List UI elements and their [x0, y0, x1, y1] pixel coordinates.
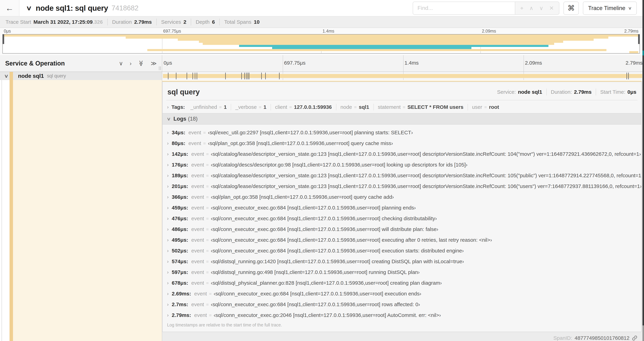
chevron-right-icon[interactable]: › — [167, 104, 168, 110]
log-row[interactable]: ›678μs:event=‹sql/distsql_physical_plann… — [162, 277, 641, 288]
log-marker[interactable] — [248, 73, 248, 79]
span-duration-bar[interactable] — [163, 74, 642, 78]
chevron-right-icon[interactable]: › — [167, 237, 168, 243]
log-row[interactable]: ›502μs:event=‹sql/conn_executor_exec.go:… — [162, 245, 641, 256]
log-marker[interactable] — [246, 73, 246, 79]
log-field-key: event — [191, 280, 204, 286]
log-marker[interactable] — [186, 73, 187, 79]
tag-pair[interactable]: statement=SELECT * FROM users — [374, 104, 468, 110]
log-row[interactable]: ›80μs:event=‹sql/plan_opt.go:358 [nsql1,… — [162, 138, 641, 149]
chevron-right-icon[interactable]: › — [167, 216, 168, 221]
find-input[interactable] — [413, 2, 515, 15]
log-timestamp: 476μs: — [172, 216, 188, 221]
log-row[interactable]: ›2.79ms:event=‹sql/conn_executor_exec.go… — [162, 310, 641, 320]
tags-row[interactable]: › Tags: _unfinished=1_verbose=1client=12… — [162, 100, 641, 113]
chevron-right-icon[interactable]: › — [167, 226, 168, 232]
chevron-right-icon[interactable]: › — [167, 173, 168, 178]
log-field-key: event — [191, 205, 204, 211]
minimap-canvas[interactable] — [2, 34, 640, 54]
log-row[interactable]: ›201μs:event=‹sql/catalog/lease/descript… — [162, 181, 641, 191]
minimap-row — [3, 41, 640, 43]
chevron-right-icon[interactable]: › — [167, 151, 168, 157]
log-row[interactable]: ›366μs:event=‹sql/plan_opt.go:358 [nsql1… — [162, 191, 641, 202]
log-marker[interactable] — [249, 73, 249, 79]
chevron-right-icon[interactable]: › — [167, 269, 168, 275]
log-timestamp: 201μs: — [172, 183, 188, 189]
log-marker[interactable] — [197, 73, 197, 79]
collapse-one-icon[interactable]: ∨ — [119, 61, 123, 66]
keyboard-shortcuts-button[interactable]: ⌘ — [564, 2, 579, 15]
viewport-left-handle[interactable] — [2, 34, 4, 44]
log-row[interactable]: ›495μs:event=‹sql/conn_executor_exec.go:… — [162, 234, 641, 245]
chevron-right-icon[interactable]: › — [167, 248, 168, 254]
prev-result-icon[interactable]: ∧ — [530, 5, 534, 11]
log-row[interactable]: ›189μs:event=‹sql/catalog/lease/descript… — [162, 170, 641, 181]
log-row[interactable]: ›574μs:event=‹sql/distsql_running.go:142… — [162, 256, 641, 267]
equals-sign: = — [206, 226, 208, 232]
log-field-key: event — [191, 269, 204, 275]
log-row[interactable]: ›142μs:event=‹sql/catalog/lease/descript… — [162, 149, 641, 159]
chevron-right-icon[interactable]: › — [167, 162, 168, 168]
viewport-right-handle[interactable] — [638, 34, 640, 44]
log-field-key: event — [191, 258, 204, 264]
expand-one-icon[interactable]: › — [130, 61, 132, 66]
log-field-value: ‹sql/conn_executor_exec.go:684 [nsql1,cl… — [214, 291, 421, 297]
equals-sign: = — [206, 258, 208, 264]
log-marker[interactable] — [241, 73, 242, 79]
scrollbar-foot — [642, 325, 644, 341]
chevron-right-icon[interactable]: › — [167, 194, 168, 200]
meta-value: 10 — [254, 19, 260, 25]
log-marker[interactable] — [168, 73, 168, 79]
tag-value: sql1 — [359, 104, 369, 110]
chevron-right-icon[interactable]: › — [167, 291, 168, 297]
chevron-right-icon[interactable]: › — [167, 183, 168, 189]
log-row[interactable]: ›459μs:event=‹sql/conn_executor_exec.go:… — [162, 202, 641, 213]
chevron-right-icon[interactable]: › — [167, 140, 168, 146]
tag-pair[interactable]: _unfinished=1 — [186, 104, 231, 110]
chevron-right-icon[interactable]: › — [167, 301, 168, 307]
log-marker[interactable] — [279, 73, 280, 79]
span-collapse-icon[interactable]: ∨ — [4, 73, 9, 79]
log-row[interactable]: ›486μs:event=‹sql/conn_executor_exec.go:… — [162, 224, 641, 234]
log-row[interactable]: ›597μs:event=‹sql/distsql_running.go:498… — [162, 267, 641, 277]
chevron-right-icon[interactable]: › — [167, 130, 168, 136]
column-resize-grip[interactable] — [159, 66, 161, 70]
log-marker[interactable] — [626, 73, 627, 79]
expand-all-icon[interactable]: ≫ — [150, 61, 157, 66]
log-marker[interactable] — [225, 73, 226, 79]
log-row[interactable]: ›34μs:event=‹sql/exec_util.go:2297 [nsql… — [162, 127, 641, 138]
log-row[interactable]: ›2.69ms:event=‹sql/conn_executor_exec.go… — [162, 288, 641, 299]
log-row[interactable]: ›2.7ms:event=‹sql/conn_executor_exec.go:… — [162, 299, 641, 310]
logs-accordion-header[interactable]: ∨ Logs (18) — [162, 113, 641, 125]
tag-pair[interactable]: user=root — [468, 104, 503, 110]
locate-icon[interactable]: ⌖ — [520, 5, 524, 11]
log-row[interactable]: ›176μs:event=‹sql/catalog/descs/descript… — [162, 159, 641, 170]
log-marker[interactable] — [192, 73, 193, 79]
collapse-all-icon[interactable]: ≫ — [138, 60, 144, 66]
tag-pair[interactable]: node=sql1 — [336, 104, 374, 110]
equals-sign: = — [206, 194, 208, 200]
log-marker[interactable] — [244, 73, 245, 79]
next-result-icon[interactable]: ∨ — [539, 5, 543, 11]
span-timeline-cell[interactable] — [162, 72, 644, 80]
span-name-column[interactable]: ∨ node sql1 sql query — [0, 72, 162, 80]
tag-pair[interactable]: client=127.0.0.1:59936 — [270, 104, 336, 110]
span-row[interactable]: ∨ node sql1 sql query — [0, 72, 644, 80]
log-marker[interactable] — [265, 73, 266, 79]
tag-pair[interactable]: _verbose=1 — [231, 104, 270, 110]
log-row[interactable]: ›476μs:event=‹sql/conn_executor_exec.go:… — [162, 213, 641, 224]
chevron-right-icon[interactable]: › — [167, 258, 168, 264]
log-marker[interactable] — [176, 73, 176, 79]
link-icon[interactable] — [632, 335, 638, 341]
log-timestamp: 486μs: — [172, 226, 188, 232]
chevron-right-icon[interactable]: › — [167, 280, 168, 286]
chevron-right-icon[interactable]: › — [167, 312, 168, 318]
back-button[interactable]: ← — [0, 0, 20, 16]
log-marker[interactable] — [195, 73, 195, 79]
chevron-right-icon[interactable]: › — [167, 205, 168, 211]
clear-search-icon[interactable]: ✕ — [549, 5, 554, 11]
trace-collapse-icon[interactable]: ∨ — [26, 5, 32, 12]
log-marker[interactable] — [628, 73, 629, 79]
view-options-button[interactable]: Trace Timeline ∨ — [583, 2, 637, 15]
log-marker[interactable] — [261, 73, 262, 79]
